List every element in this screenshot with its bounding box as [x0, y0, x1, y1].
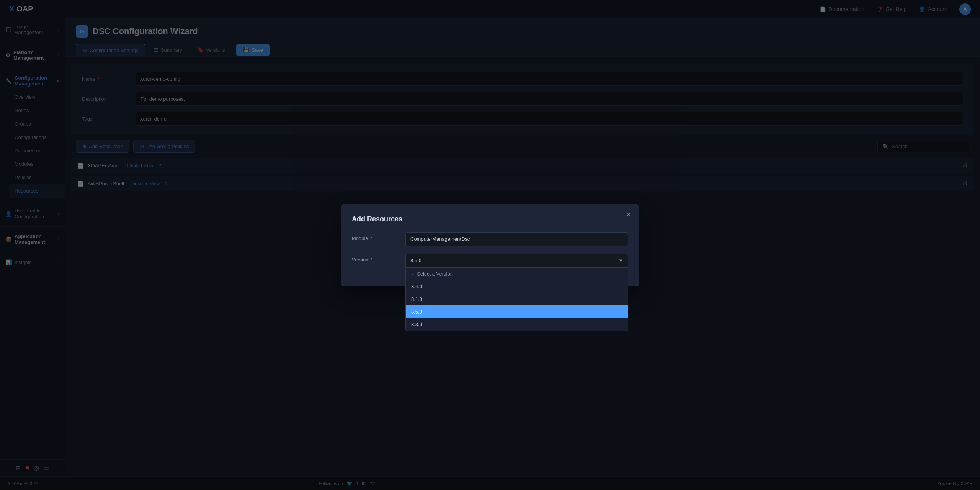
- version-option-8-5-0[interactable]: 8.5.0: [406, 305, 628, 318]
- module-input[interactable]: [405, 232, 628, 246]
- modal-overlay: Add Resources ✕ Module * Version * 8.5.0…: [0, 0, 980, 490]
- version-dropdown-display[interactable]: 8.5.0 ▼: [405, 254, 628, 268]
- version-option-8-3-0[interactable]: 8.3.0: [406, 318, 628, 331]
- module-required: *: [370, 235, 372, 241]
- version-option-8-4-0-label: 8.4.0: [411, 284, 422, 289]
- version-option-8-1-0[interactable]: 8.1.0: [406, 293, 628, 305]
- version-dropdown-list: ✓ Select a Version 8.4.0 8.1.0 8.5.0: [405, 268, 628, 331]
- modal-title: Add Resources: [352, 215, 628, 223]
- version-option-8-5-0-label: 8.5.0: [411, 309, 422, 315]
- dropdown-chevron-icon: ▼: [618, 258, 623, 263]
- version-option-select-label: Select a Version: [417, 271, 453, 277]
- check-icon: ✓: [411, 271, 415, 276]
- version-required: *: [371, 257, 372, 263]
- modal-module-field: [405, 232, 628, 246]
- version-option-8-4-0[interactable]: 8.4.0: [406, 280, 628, 293]
- version-dropdown: 8.5.0 ▼ ✓ Select a Version 8.4.0 8.1.0: [405, 254, 628, 268]
- add-resources-modal: Add Resources ✕ Module * Version * 8.5.0…: [341, 204, 639, 286]
- version-option-select[interactable]: ✓ Select a Version: [406, 268, 628, 280]
- modal-version-field: 8.5.0 ▼ ✓ Select a Version 8.4.0 8.1.0: [405, 254, 628, 268]
- version-display-text: 8.5.0: [410, 258, 421, 263]
- modal-close-button[interactable]: ✕: [626, 211, 631, 219]
- modal-module-label: Module *: [352, 232, 398, 241]
- modal-module-row: Module *: [352, 232, 628, 246]
- version-option-8-3-0-label: 8.3.0: [411, 322, 422, 327]
- version-option-8-1-0-label: 8.1.0: [411, 296, 422, 302]
- modal-version-label: Version *: [352, 254, 398, 263]
- modal-version-row: Version * 8.5.0 ▼ ✓ Select a Version: [352, 254, 628, 268]
